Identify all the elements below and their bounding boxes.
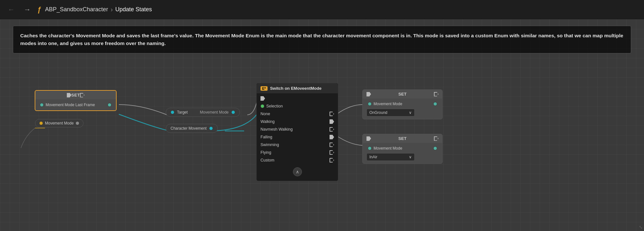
set-rb-dropdown[interactable]: InAir ∨: [366, 153, 415, 161]
mm-pin: [39, 121, 43, 125]
set-rt-dropdown-value: OnGround: [369, 110, 387, 115]
switch-custom-row: Custom: [257, 156, 338, 164]
top-bar: ← → ƒ ABP_SandboxCharacter › Update Stat…: [0, 0, 644, 19]
set-orange-in-pin: [40, 103, 44, 107]
switch-swimming-label: Swimming: [260, 143, 279, 147]
target-in-pin: [171, 110, 174, 114]
switch-exec-in: [260, 96, 265, 101]
switch-falling-label: Falling: [260, 135, 272, 139]
set-rb-dropdown-arrow: ∨: [409, 155, 412, 159]
switch-walking-label: Walking: [260, 119, 275, 124]
mm-out-pin: [75, 121, 79, 125]
breadcrumb-root[interactable]: ABP_SandboxCharacter: [45, 6, 108, 13]
set-orange-body: Movement Mode Last Frame: [35, 99, 116, 110]
set-right-bottom-header: SET: [363, 134, 442, 143]
switch-exec-row: [257, 95, 338, 102]
set-rb-pin-row: Movement Mode: [366, 145, 438, 151]
selection-pin: [260, 104, 264, 108]
switch-swimming-row: Swimming: [257, 141, 338, 149]
switch-falling-row: Falling: [257, 133, 338, 141]
switch-walking-pin: [330, 119, 334, 124]
switch-flying-row: Flying: [257, 149, 338, 156]
switch-flying-pin: [330, 150, 334, 155]
switch-falling-pin: [330, 135, 334, 139]
exec-out-pin: [80, 93, 84, 97]
set-rt-dropdown[interactable]: OnGround ∨: [366, 109, 415, 116]
exec-in-pin: [67, 93, 71, 97]
set-orange-pin-label: Movement Mode Last Frame: [46, 103, 95, 107]
set-rb-in-pin: [368, 146, 372, 150]
set-rt-in-pin: [368, 102, 372, 106]
switch-walking-row: Walking: [257, 118, 338, 125]
function-icon: ƒ: [37, 5, 41, 14]
set-rb-exec-out: [434, 136, 438, 141]
set-rt-exec-out: [434, 92, 438, 97]
set-rb-dropdown-value: InAir: [369, 155, 377, 159]
set-rt-pin-row: Movement Mode: [366, 101, 438, 107]
switch-navmesh-label: Navmesh Walking: [260, 127, 293, 132]
switch-custom-pin: [330, 158, 334, 162]
switch-navmesh-pin: [330, 127, 334, 132]
set-rb-out-pin: [433, 146, 437, 150]
switch-collapse-button[interactable]: ∧: [293, 167, 302, 176]
switch-body: Selection None Walking Navmesh Walking F…: [257, 93, 338, 181]
back-button[interactable]: ←: [5, 4, 17, 15]
movement-mode-node[interactable]: Movement Mode: [35, 119, 84, 127]
blueprint-canvas[interactable]: Caches the character's Movement Mode and…: [0, 19, 644, 231]
switch-icon: E*: [260, 86, 268, 91]
switch-title: Switch on EMoveentMode: [270, 86, 322, 91]
resize-handle[interactable]: ⤡: [639, 225, 643, 230]
set-rt-dropdown-arrow: ∨: [409, 110, 412, 115]
comment-text: Caches the character's Movement Mode and…: [20, 32, 624, 47]
set-rt-out-pin: [433, 102, 437, 106]
breadcrumb-current: Update States: [115, 6, 152, 13]
mm-label: Movement Mode: [45, 121, 74, 125]
set-right-bottom-node[interactable]: SET Movement Mode InAir ∨: [362, 134, 443, 164]
breadcrumb: ABP_SandboxCharacter › Update States: [45, 6, 152, 13]
char-movement-node[interactable]: Character Movement: [166, 124, 218, 133]
set-orange-header: SET: [35, 91, 116, 99]
set-orange-pin-row: Movement Mode Last Frame: [39, 102, 113, 108]
set-rb-exec-in: [366, 136, 371, 141]
set-orange-node[interactable]: SET Movement Mode Last Frame: [35, 90, 117, 111]
set-right-top-body: Movement Mode OnGround ∨: [363, 98, 442, 119]
switch-none-label: None: [260, 112, 270, 116]
char-out-pin: [209, 126, 213, 130]
switch-node[interactable]: E* Switch on EMoveentMode Selection None: [256, 83, 338, 181]
get-target-node[interactable]: Target Movement Mode: [166, 108, 240, 117]
movement-mode-out-pin: [231, 110, 235, 114]
switch-header: E* Switch on EMoveentMode: [257, 83, 338, 93]
switch-custom-label: Custom: [260, 158, 274, 162]
switch-swimming-pin: [330, 143, 334, 147]
set-rt-exec-in: [366, 92, 371, 97]
switch-flying-label: Flying: [260, 150, 271, 155]
movement-mode-label: Movement Mode: [200, 110, 228, 115]
set-rt-label: Movement Mode: [374, 102, 402, 106]
set-right-top-node[interactable]: SET Movement Mode OnGround ∨: [362, 89, 443, 119]
set-right-top-header: SET: [363, 90, 442, 98]
selection-label: Selection: [266, 104, 283, 108]
target-label: Target: [177, 110, 188, 115]
switch-none-pin: [330, 112, 334, 116]
switch-none-row: None: [257, 110, 338, 118]
char-movement-label: Character Movement: [171, 126, 207, 131]
set-right-bottom-body: Movement Mode InAir ∨: [363, 143, 442, 163]
forward-button[interactable]: →: [21, 4, 33, 15]
breadcrumb-separator: ›: [110, 6, 113, 13]
comment-box: Caches the character's Movement Mode and…: [13, 26, 631, 53]
set-orange-out-pin: [108, 103, 111, 107]
set-rb-label: Movement Mode: [374, 146, 402, 151]
switch-navmesh-row: Navmesh Walking: [257, 125, 338, 133]
switch-selection-row: Selection: [257, 102, 338, 110]
